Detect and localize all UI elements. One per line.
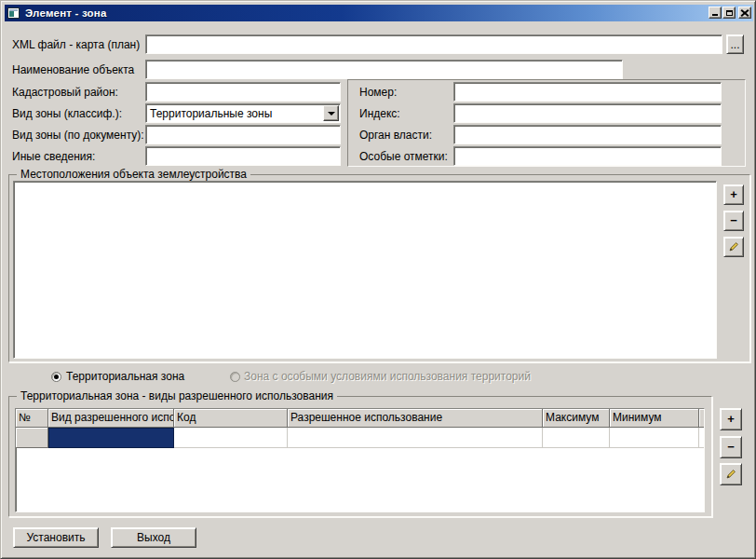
authority-input[interactable] <box>453 125 722 144</box>
cell-permitted[interactable] <box>288 428 543 448</box>
radio-special-zone-label: Зона с особыми условиями использования т… <box>244 370 531 383</box>
other-info-input[interactable] <box>145 146 341 166</box>
column-header-kind[interactable]: Вид разрешенного использования <box>48 409 174 428</box>
locations-remove-button[interactable]: − <box>723 211 744 231</box>
cell-code[interactable] <box>174 428 288 448</box>
row-header-cell[interactable] <box>16 428 48 448</box>
plus-icon: + <box>730 188 737 200</box>
locations-add-button[interactable]: + <box>723 184 744 205</box>
locations-edit-button[interactable] <box>723 237 744 257</box>
zone-kind-classifier-select[interactable]: Территориальные зоны <box>145 103 341 123</box>
column-header-filler <box>699 409 705 428</box>
xml-file-input[interactable] <box>145 34 722 54</box>
zone-kind-document-input[interactable] <box>145 125 341 144</box>
authority-label: Орган власти: <box>359 129 432 142</box>
pencil-icon <box>727 240 740 253</box>
xml-file-label: XML файл - карта (план) <box>12 38 140 51</box>
column-header-max[interactable]: Максимум <box>543 409 610 428</box>
cell-min[interactable] <box>610 428 699 448</box>
locations-list[interactable] <box>13 181 717 359</box>
chevron-down-icon <box>328 112 335 116</box>
app-icon <box>7 7 20 19</box>
minimize-icon <box>712 14 718 16</box>
plus-icon: + <box>727 413 735 425</box>
grid-header-row: № Вид разрешенного использования Код Раз… <box>16 409 704 428</box>
maximize-icon <box>726 10 733 16</box>
number-input[interactable] <box>453 82 722 102</box>
column-header-min[interactable]: Минимум <box>610 409 699 428</box>
radio-special-zone[interactable] <box>230 372 240 382</box>
title-bar[interactable]: Элемент - зона <box>5 5 753 21</box>
radio-territorial-zone[interactable] <box>51 372 61 382</box>
minus-icon: − <box>730 214 737 226</box>
special-notes-label: Особые отметки: <box>359 150 448 163</box>
object-name-input[interactable] <box>145 60 623 79</box>
table-row[interactable] <box>16 428 704 448</box>
cadastral-district-label: Кадастровый район: <box>12 86 118 99</box>
browse-button[interactable]: ... <box>726 34 744 54</box>
minus-icon: − <box>727 441 735 453</box>
exit-button[interactable]: Выход <box>111 527 196 548</box>
zone-kind-document-label: Вид зоны (по документу): <box>12 129 144 142</box>
minimize-button[interactable] <box>709 7 722 19</box>
index-input[interactable] <box>453 103 722 123</box>
dropdown-button[interactable] <box>323 105 339 121</box>
cell-max[interactable] <box>543 428 610 448</box>
install-button[interactable]: Установить <box>13 527 99 548</box>
permitted-use-grid[interactable]: № Вид разрешенного использования Код Раз… <box>15 408 705 512</box>
number-label: Номер: <box>359 86 397 99</box>
dialog-window: Элемент - зона XML файл - карта (план) .… <box>0 0 756 559</box>
close-icon <box>741 9 749 16</box>
special-notes-input[interactable] <box>453 146 722 166</box>
object-name-label: Наименование объекта <box>12 63 134 76</box>
locations-groupbox-title: Местоположения объекта землеустройства <box>17 168 250 181</box>
other-info-label: Иные сведения: <box>12 150 95 163</box>
column-header-num[interactable]: № <box>16 409 48 428</box>
close-button[interactable] <box>738 7 751 19</box>
selected-cell-kind[interactable] <box>48 428 174 448</box>
usage-remove-button[interactable]: − <box>720 436 742 458</box>
maximize-button[interactable] <box>722 7 736 19</box>
column-header-code[interactable]: Код <box>174 409 288 428</box>
cell-filler <box>699 428 704 448</box>
column-header-permitted[interactable]: Разрешенное использование <box>288 409 543 428</box>
zone-kind-classifier-value: Территориальные зоны <box>146 107 322 120</box>
cadastral-district-input[interactable] <box>145 82 341 102</box>
permitted-use-groupbox-title: Территориальная зона - виды разрешенного… <box>17 389 337 402</box>
usage-add-button[interactable]: + <box>720 408 742 430</box>
zone-kind-classifier-label: Вид зоны (классиф.): <box>12 107 122 120</box>
radio-territorial-zone-label: Территориальная зона <box>66 370 184 383</box>
pencil-icon <box>724 468 737 481</box>
window-title: Элемент - зона <box>25 7 107 19</box>
usage-edit-button[interactable] <box>720 463 742 485</box>
index-label: Индекс: <box>359 107 400 120</box>
